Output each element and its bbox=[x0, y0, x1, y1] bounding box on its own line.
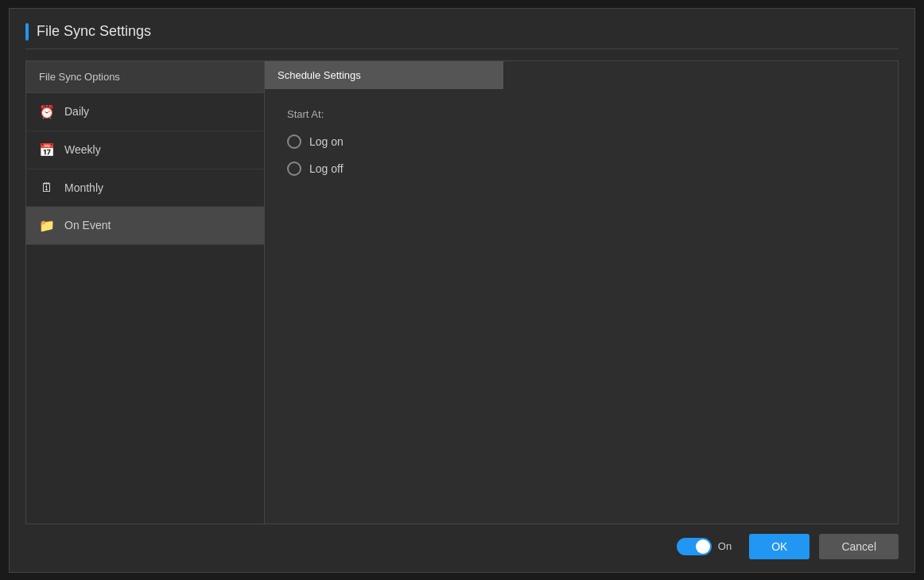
main-panel-content: Start At: Log on Log off bbox=[265, 89, 898, 524]
month-icon bbox=[39, 181, 55, 195]
radio-log-off-label: Log off bbox=[309, 162, 344, 175]
main-panel: Schedule Settings Start At: Log on Log o… bbox=[265, 61, 898, 524]
radio-log-on[interactable]: Log on bbox=[287, 134, 875, 149]
sidebar-item-monthly[interactable]: Monthly bbox=[26, 169, 264, 207]
footer: On OK Cancel bbox=[25, 524, 899, 559]
event-icon bbox=[39, 218, 55, 233]
sidebar-header: File Sync Options bbox=[26, 61, 264, 93]
clock-icon bbox=[39, 104, 55, 119]
sidebar-item-daily-label: Daily bbox=[64, 105, 89, 118]
dialog-body: File Sync Options Daily Weekly Monthly bbox=[25, 60, 899, 524]
radio-log-off[interactable]: Log off bbox=[287, 162, 875, 176]
dialog: File Sync Settings File Sync Options Dai… bbox=[9, 8, 915, 573]
sidebar-item-monthly-label: Monthly bbox=[64, 181, 103, 194]
on-off-toggle[interactable] bbox=[677, 538, 712, 555]
cancel-button[interactable]: Cancel bbox=[819, 534, 899, 559]
start-at-label: Start At: bbox=[287, 108, 875, 120]
week-icon bbox=[39, 142, 55, 158]
sidebar-item-weekly-label: Weekly bbox=[64, 143, 101, 156]
sidebar-item-daily[interactable]: Daily bbox=[26, 93, 264, 131]
sidebar-item-weekly[interactable]: Weekly bbox=[26, 131, 264, 169]
toggle-label: On bbox=[718, 540, 732, 552]
content-area: File Sync Options Daily Weekly Monthly bbox=[25, 60, 899, 524]
radio-log-on-circle[interactable] bbox=[287, 134, 301, 149]
toggle-knob bbox=[696, 539, 710, 554]
sidebar: File Sync Options Daily Weekly Monthly bbox=[26, 61, 265, 524]
title-bar: File Sync Settings bbox=[25, 23, 899, 49]
toggle-container: On bbox=[677, 538, 732, 555]
schedule-settings-tab[interactable]: Schedule Settings bbox=[265, 61, 503, 89]
title-accent bbox=[25, 23, 29, 41]
sidebar-item-on-event[interactable]: On Event bbox=[26, 207, 264, 245]
ok-button[interactable]: OK bbox=[749, 534, 809, 559]
radio-log-on-label: Log on bbox=[309, 135, 344, 148]
dialog-title: File Sync Settings bbox=[37, 23, 151, 40]
radio-group: Log on Log off bbox=[287, 134, 875, 176]
radio-log-off-circle[interactable] bbox=[287, 162, 301, 176]
sidebar-item-on-event-label: On Event bbox=[64, 219, 111, 232]
